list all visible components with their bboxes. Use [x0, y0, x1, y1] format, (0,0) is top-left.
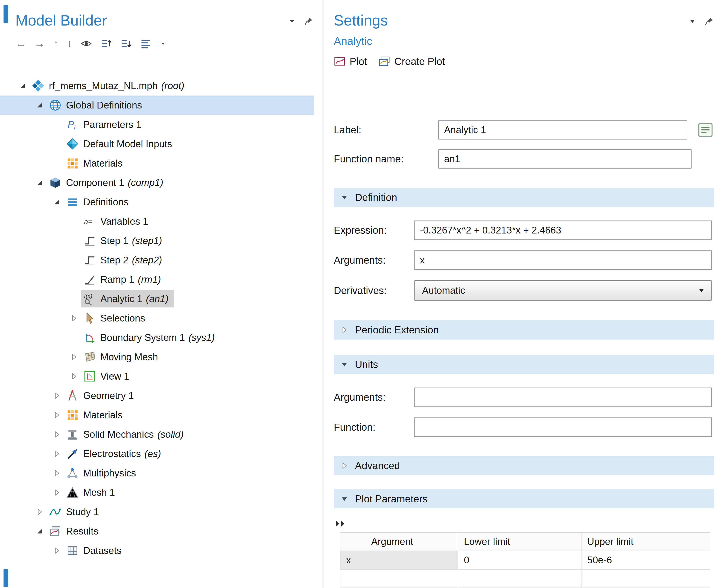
- tree-expander-icon[interactable]: [50, 408, 64, 422]
- tree-item-step-1[interactable]: Step 1(step1): [0, 231, 314, 250]
- analytic-function-icon: [83, 292, 96, 305]
- cell-empty[interactable]: [340, 569, 458, 588]
- tree-expander-icon[interactable]: [50, 466, 64, 480]
- tree-options-icon[interactable]: [140, 38, 152, 49]
- forward-icon[interactable]: →: [34, 38, 45, 49]
- pin-icon[interactable]: [704, 16, 714, 26]
- model-builder-panel: Model Builder ← → ↑ ↓ rf_mems_Mutaz_NL.m…: [0, 0, 323, 588]
- tree-item-materials-global[interactable]: Materials: [0, 153, 314, 173]
- tree-expander-icon[interactable]: [33, 98, 47, 112]
- tree-item-boundary-system-1[interactable]: Boundary System 1(sys1): [0, 328, 314, 347]
- tree-expander-icon[interactable]: [50, 544, 64, 558]
- tree-item-solid-mechanics[interactable]: Solid Mechanics(solid): [0, 425, 314, 444]
- tree-item-step-2[interactable]: Step 2(step2): [0, 250, 314, 270]
- section-periodic-extension-header[interactable]: Periodic Extension: [334, 320, 714, 339]
- tree-expander-icon[interactable]: [67, 311, 81, 325]
- panel-menu-caret-icon[interactable]: [287, 16, 297, 26]
- tree-item-variables-1[interactable]: Variables 1: [0, 212, 314, 231]
- tree-expander-icon[interactable]: [15, 79, 29, 93]
- tree-expander-icon[interactable]: [33, 524, 47, 538]
- cell-empty[interactable]: [581, 569, 710, 588]
- parameters-icon: [66, 118, 79, 131]
- tree-expander-icon[interactable]: [50, 427, 64, 441]
- arguments-input[interactable]: [414, 250, 712, 270]
- tree-item-label: Parameters 1: [83, 119, 141, 130]
- tree-item-moving-mesh[interactable]: Moving Mesh: [0, 347, 314, 366]
- expand-all-icon[interactable]: [100, 38, 112, 49]
- tree-item-selections[interactable]: Selections: [0, 309, 314, 328]
- function-name-field-row: Function name:: [334, 149, 714, 169]
- units-function-label: Function:: [334, 421, 414, 433]
- expander-spacer: [67, 292, 81, 306]
- column-header-argument[interactable]: Argument: [340, 532, 458, 551]
- tree-item-suffix: (comp1): [128, 177, 163, 188]
- move-down-icon[interactable]: ↓: [67, 38, 72, 49]
- derivatives-dropdown[interactable]: Automatic: [414, 280, 712, 300]
- units-arguments-input[interactable]: [414, 387, 712, 407]
- tree-expander-icon[interactable]: [50, 485, 64, 500]
- back-icon[interactable]: ←: [15, 38, 26, 49]
- tree-item-suffix: (root): [161, 80, 184, 91]
- double-chevron-icon[interactable]: [335, 519, 347, 529]
- tree-expander-icon[interactable]: [33, 175, 47, 190]
- tree-item-label: Mesh 1: [83, 487, 115, 498]
- tree-item-suffix: (es): [144, 448, 161, 459]
- cell-argument[interactable]: x: [340, 551, 458, 569]
- label-edit-button[interactable]: [696, 121, 714, 139]
- tree-item-label: Solid Mechanics: [83, 429, 154, 440]
- tree-item-root[interactable]: rf_mems_Mutaz_NL.mph(root): [0, 76, 314, 96]
- tree-expander-icon[interactable]: [33, 505, 47, 519]
- tree-item-geometry-1[interactable]: Geometry 1: [0, 386, 314, 405]
- panel-menu-caret-icon[interactable]: [687, 16, 698, 26]
- tree-expander-icon[interactable]: [50, 195, 64, 209]
- tree-item-study-1[interactable]: Study 1: [0, 502, 314, 522]
- tree-item-parameters-1[interactable]: Parameters 1: [0, 115, 314, 134]
- tree-item-view-1[interactable]: View 1: [0, 366, 314, 386]
- label-input[interactable]: [438, 120, 687, 140]
- section-units-header[interactable]: Units: [334, 355, 714, 374]
- section-plot-parameters-header[interactable]: Plot Parameters: [334, 489, 714, 508]
- toolbar-caret-icon[interactable]: [160, 40, 166, 47]
- column-header-upper-limit[interactable]: Upper limit: [581, 532, 710, 551]
- cell-upper-limit[interactable]: 50e-6: [581, 551, 710, 569]
- tree-expander-icon[interactable]: [50, 447, 64, 461]
- table-row-empty[interactable]: [340, 569, 710, 588]
- tree-item-ramp-1[interactable]: Ramp 1(rm1): [0, 270, 314, 289]
- tree-item-default-model-inputs[interactable]: Default Model Inputs: [0, 134, 314, 153]
- plot-button[interactable]: Plot: [334, 56, 367, 67]
- section-definition-header[interactable]: Definition: [334, 188, 714, 207]
- tree-expander-icon[interactable]: [67, 350, 81, 364]
- tree-item-label: Variables 1: [100, 216, 148, 227]
- tree-item-electrostatics[interactable]: Electrostatics(es): [0, 444, 314, 463]
- tree-item-multiphysics[interactable]: Multiphysics: [0, 463, 314, 483]
- settings-subtitle: Analytic: [334, 35, 714, 47]
- show-icon[interactable]: [81, 38, 92, 49]
- tree-item-global-definitions[interactable]: Global Definitions: [0, 96, 314, 115]
- tree-expander-icon[interactable]: [50, 388, 64, 403]
- section-expanded-icon: [340, 193, 348, 201]
- tree-item-analytic-1[interactable]: Analytic 1(an1): [0, 289, 314, 309]
- step-function-icon: [83, 254, 96, 267]
- expression-input[interactable]: [414, 220, 712, 240]
- column-header-lower-limit[interactable]: Lower limit: [458, 532, 581, 551]
- cell-empty[interactable]: [458, 569, 581, 588]
- tree-item-component-1[interactable]: Component 1(comp1): [0, 173, 314, 192]
- create-plot-button[interactable]: Create Plot: [379, 56, 445, 67]
- pin-icon[interactable]: [304, 16, 314, 26]
- cell-lower-limit[interactable]: 0: [458, 551, 581, 569]
- tree-expander-icon[interactable]: [67, 369, 81, 383]
- tree-item-results[interactable]: Results: [0, 522, 314, 541]
- tree-item-label: Multiphysics: [83, 468, 136, 479]
- move-up-icon[interactable]: ↑: [53, 38, 59, 49]
- collapse-all-icon[interactable]: [120, 38, 132, 49]
- expander-spacer: [67, 253, 81, 267]
- function-name-input[interactable]: [438, 149, 691, 169]
- section-advanced-header[interactable]: Advanced: [334, 456, 714, 475]
- tree-item-definitions[interactable]: Definitions: [0, 192, 314, 212]
- tree-item-materials-component[interactable]: Materials: [0, 405, 314, 425]
- tree-item-mesh-1[interactable]: Mesh 1: [0, 483, 314, 502]
- tree-item-datasets[interactable]: Datasets: [0, 541, 314, 560]
- units-function-input[interactable]: [414, 417, 712, 437]
- table-row[interactable]: x 0 50e-6: [340, 551, 710, 569]
- datasets-icon: [66, 544, 79, 557]
